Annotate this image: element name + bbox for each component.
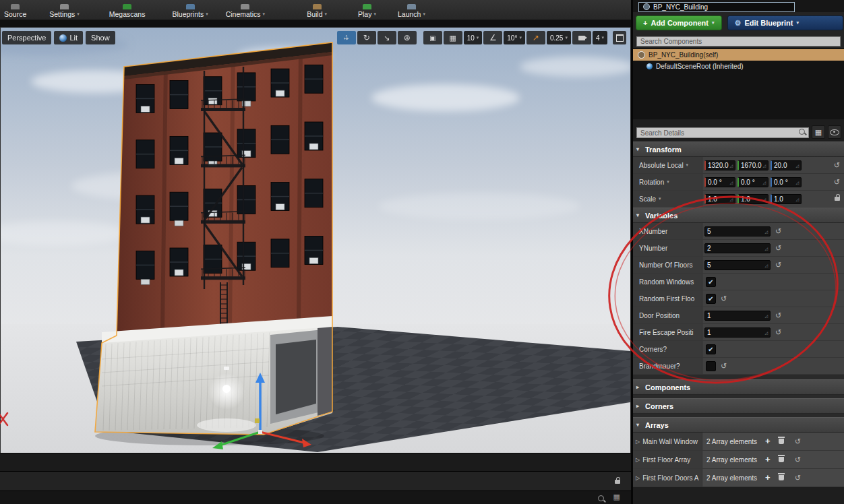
building[interactable] <box>95 42 332 435</box>
toolbar-item-build[interactable]: Build▾ <box>307 4 327 18</box>
perspective-button[interactable]: Perspective <box>2 31 51 44</box>
axis-value-field[interactable]: 1320.0◿ <box>704 160 735 170</box>
grid-snap-value-button[interactable]: 10 ▾ <box>464 31 483 44</box>
property-label[interactable]: Scale▾ <box>633 191 702 207</box>
revert-icon[interactable]: ↺ <box>721 295 727 302</box>
tree-item-defaultsceneroot-inherited[interactable]: DefaultSceneRoot (Inherited) <box>633 61 844 72</box>
lock-icon[interactable] <box>835 197 840 201</box>
section-header-components[interactable]: ▸Components <box>633 379 844 395</box>
show-button[interactable]: Show <box>86 31 115 44</box>
array-label[interactable]: ▷First Floor Doors A <box>633 469 702 486</box>
axis-value-field[interactable]: 20.0◿ <box>771 160 802 170</box>
section-header-arrays[interactable]: ▾Arrays <box>633 417 844 433</box>
edit-blueprint-button[interactable]: ⚙ Edit Blueprint ▾ <box>727 15 843 30</box>
property-label[interactable]: Brandmauer? <box>633 358 702 374</box>
category-label: Components <box>645 383 690 391</box>
property-matrix-button[interactable]: ▦ <box>812 125 825 139</box>
revert-icon[interactable]: ↺ <box>775 228 781 234</box>
scale-snap-toggle-button[interactable]: ↗ <box>526 31 545 44</box>
property-label[interactable]: Corners? <box>633 341 702 357</box>
number-value-field[interactable]: 5◿ <box>704 260 771 270</box>
axis-value-field[interactable]: 1.0◿ <box>771 194 802 204</box>
axis-value-field[interactable]: 0.0 °◿ <box>737 177 768 187</box>
toolbar-item-source[interactable]: Source <box>4 4 26 18</box>
number-value-field[interactable]: 5◿ <box>704 226 771 237</box>
revert-icon[interactable]: ↺ <box>795 438 801 445</box>
toolbar-item-cinematics[interactable]: Cinematics▾ <box>226 4 265 18</box>
axis-value-field[interactable]: 1.0◿ <box>737 194 768 204</box>
maximize-viewport-button[interactable] <box>613 31 626 44</box>
toolbar-item-megascans[interactable]: Megascans <box>109 4 146 18</box>
display-options-button[interactable] <box>828 125 841 139</box>
camera-speed-button[interactable] <box>572 31 591 44</box>
tree-item-bp-nyc-building-self[interactable]: BP_NYC_Building(self) <box>633 49 844 61</box>
world-local-toggle-button[interactable]: ⊕ <box>398 31 417 44</box>
lit-mode-button[interactable]: Lit <box>54 31 83 44</box>
delete-elements-icon[interactable] <box>779 439 784 444</box>
checkbox[interactable]: ✔ <box>706 277 716 287</box>
property-label[interactable]: Random Windows <box>633 274 702 290</box>
property-label[interactable]: YNumber <box>633 240 702 256</box>
section-header-transform[interactable]: ▾Transform <box>633 141 844 157</box>
search-components-input[interactable] <box>636 36 841 46</box>
property-label[interactable]: Absolute Local▾ <box>633 157 702 173</box>
search-icon[interactable] <box>598 495 604 501</box>
camera-speed-value-button[interactable]: 4 ▾ <box>593 31 607 44</box>
lock-icon[interactable] <box>615 480 620 484</box>
number-value-field[interactable]: 1◿ <box>704 327 771 338</box>
details-tab[interactable]: BP_NYC_Building <box>638 2 795 12</box>
rotation-snap-value-button[interactable]: 10° ▾ <box>504 31 525 44</box>
revert-icon[interactable]: ↺ <box>795 474 801 481</box>
add-element-icon[interactable]: + <box>765 474 771 481</box>
axis-value-field[interactable]: 0.0 °◿ <box>704 177 735 187</box>
add-component-button[interactable]: + Add Component ▾ <box>636 15 722 30</box>
checkbox[interactable] <box>706 361 716 371</box>
scale-snap-value-button[interactable]: 0.25 ▾ <box>547 31 571 44</box>
revert-icon[interactable]: ↺ <box>775 261 781 268</box>
view-options-grid-icon[interactable]: ▦ <box>613 493 620 501</box>
toolbar-item-blueprints[interactable]: Blueprints▾ <box>172 4 208 18</box>
toolbar-item-play[interactable]: Play▾ <box>358 4 376 18</box>
revert-icon[interactable]: ↺ <box>834 162 840 168</box>
toolbar-item-settings[interactable]: Settings▾ <box>49 4 79 18</box>
axis-value: 1670.0 <box>741 162 762 169</box>
move-tool-button[interactable]: ↔↕ <box>337 31 356 44</box>
property-label[interactable]: XNumber <box>633 223 702 239</box>
surface-snap-button[interactable]: ▣ <box>423 31 442 44</box>
delete-elements-icon[interactable] <box>779 457 784 462</box>
property-label[interactable]: Rotation▾ <box>633 174 702 190</box>
add-element-icon[interactable]: + <box>765 456 771 463</box>
property-label[interactable]: Number Of Floors <box>633 257 702 273</box>
array-label[interactable]: ▷Main Wall Window <box>633 433 702 450</box>
rotate-tool-button[interactable]: ↻ <box>357 31 376 44</box>
scale-tool-button[interactable]: ↘ <box>378 31 396 44</box>
level-viewport[interactable]: Perspective Lit Show ↔↕ ↻ ↘ ⊕ ▣ ▦ 10 ▾ ∠… <box>0 27 631 453</box>
axis-value-field[interactable]: 0.0 °◿ <box>771 177 802 187</box>
rotation-snap-toggle-button[interactable]: ∠ <box>483 31 502 44</box>
toolbar-item-launch[interactable]: Launch▾ <box>398 4 425 18</box>
revert-icon[interactable]: ↺ <box>775 329 781 336</box>
number-value-field[interactable]: 2◿ <box>704 243 771 253</box>
axis-value-field[interactable]: 1670.0◿ <box>737 160 768 170</box>
property-label[interactable]: Door Position <box>633 307 702 323</box>
checkbox[interactable]: ✔ <box>706 344 716 354</box>
section-header-corners[interactable]: ▸Corners <box>633 398 844 414</box>
checkbox[interactable]: ✔ <box>706 294 716 304</box>
chevron-down-icon: ▾ <box>601 35 604 40</box>
add-element-icon[interactable]: + <box>765 438 771 445</box>
number-value-field[interactable]: 1◿ <box>704 311 771 321</box>
section-header-variables[interactable]: ▾Variables <box>633 208 844 223</box>
revert-icon[interactable]: ↺ <box>795 456 801 463</box>
revert-icon[interactable]: ↺ <box>721 363 727 369</box>
grid-snap-toggle-button[interactable]: ▦ <box>444 31 462 44</box>
axis-value-field[interactable]: 1.0◿ <box>704 194 735 204</box>
property-label[interactable]: Fire Escape Positi <box>633 324 702 340</box>
search-details-input[interactable] <box>636 127 809 138</box>
viewport-3d-scene[interactable] <box>1 28 631 453</box>
delete-elements-icon[interactable] <box>779 475 784 480</box>
revert-icon[interactable]: ↺ <box>834 179 840 185</box>
array-label[interactable]: ▷First Floor Array <box>633 451 702 468</box>
revert-icon[interactable]: ↺ <box>775 245 781 251</box>
revert-icon[interactable]: ↺ <box>775 312 781 319</box>
property-label[interactable]: Random First Floo <box>633 290 702 307</box>
